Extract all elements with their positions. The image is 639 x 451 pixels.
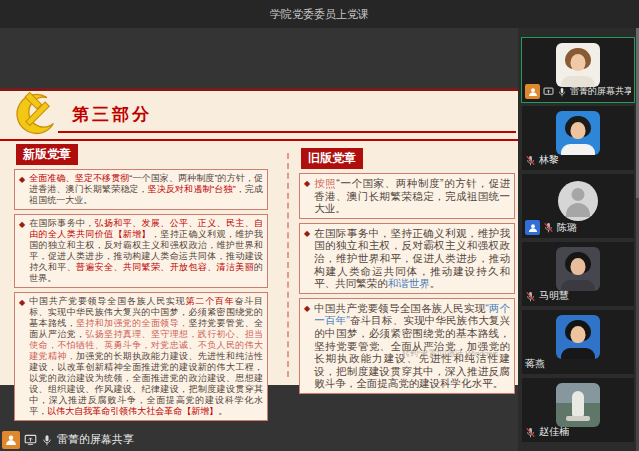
- bullet-text: 在国际事务中，坚持正确义利观，维护我国的独立和主权，反对霸权主义和强权政治，维护…: [314, 227, 510, 290]
- screen-share-icon: [543, 86, 554, 97]
- bullet-box: ◆ 在国际事务中，坚持正确义利观，维护我国的独立和主权，反对霸权主义和强权政治，…: [299, 223, 515, 294]
- participant-tile-jiangyan[interactable]: 蒋燕: [522, 310, 634, 374]
- muted-mic-icon: [525, 291, 536, 302]
- bullet-box: ◆ 在国际事务中，弘扬和平、发展、公平、正义、民主、自由的全人类共同价值【新增】…: [14, 214, 268, 288]
- screen-share-indicator: 雷菁的屏幕共享: [2, 430, 134, 449]
- bullet-box: ◆ 中国共产党要领导全国各族人民实现第二个百年奋斗目标、实现中华民族伟大复兴的中…: [14, 292, 268, 421]
- meeting-title: 学院党委委员上党课: [270, 7, 369, 22]
- participant-tile-leijing[interactable]: 雷菁的屏幕共享: [522, 38, 634, 102]
- participant-tile-maminghui[interactable]: 马明慧: [522, 242, 634, 306]
- new-constitution-column: 新版党章 ◆ 全面准确、坚定不移贯彻“一个国家、两种制度”的方针，促进香港、澳门…: [14, 144, 268, 425]
- participant-name: 赵佳楠: [539, 425, 569, 439]
- party-emblem-icon: [8, 91, 60, 143]
- presenter-badge-icon: [525, 84, 540, 99]
- diamond-bullet-icon: ◆: [19, 173, 25, 206]
- participant-name: 雷菁的屏幕共享: [570, 85, 631, 98]
- avatar: [556, 43, 600, 87]
- shared-screen-slide: 第三部分 新版党章 ◆ 全面准确、坚定不移贯彻“一个国家、两种制度”的方针，促进…: [0, 88, 518, 385]
- avatar: [556, 111, 600, 155]
- diamond-bullet-icon: ◆: [304, 302, 310, 390]
- avatar: [556, 179, 600, 223]
- presenter-badge-icon: [2, 431, 20, 449]
- avatar: [556, 315, 600, 359]
- bullet-text: 全面准确、坚定不移贯彻“一个国家、两种制度”的方针，促进香港、澳门长期繁荣稳定，…: [29, 173, 263, 206]
- window-titlebar: 学院党委委员上党课: [0, 0, 639, 28]
- diamond-bullet-icon: ◆: [304, 177, 310, 215]
- bullet-box: ◆ 按照“一个国家、两种制度”的方针，促进香港、澳门长期繁荣稳定，完成祖国统一大…: [299, 173, 515, 219]
- muted-mic-icon: [525, 427, 536, 438]
- participants-sidebar: 雷菁的屏幕共享 林黎 陈璐: [518, 28, 639, 451]
- muted-mic-icon: [543, 222, 554, 233]
- sharer-name-label: 雷菁的屏幕共享: [57, 432, 134, 447]
- muted-mic-icon: [525, 155, 536, 166]
- participant-name: 林黎: [539, 153, 559, 167]
- diamond-bullet-icon: ◆: [19, 218, 25, 284]
- diamond-bullet-icon: ◆: [304, 227, 310, 290]
- new-constitution-header: 新版党章: [16, 144, 78, 165]
- person-badge-icon: [525, 220, 540, 235]
- avatar: [556, 247, 600, 291]
- old-constitution-column: 旧版党章 ◆ 按照“一个国家、两种制度”的方针，促进香港、澳门长期繁荣稳定，完成…: [299, 148, 515, 398]
- participant-tile-chenlu[interactable]: 陈璐: [522, 174, 634, 238]
- bullet-box: ◆ 中国共产党要领导全国各族人民实现“两个一百年”奋斗目标、实现中华民族伟大复兴…: [299, 298, 515, 394]
- avatar: [556, 383, 600, 427]
- meeting-window: 学院党委委员上党课 第三部分 新版党章 ◆ 全面准确、坚定不移贯彻“一个国家、两…: [0, 0, 639, 451]
- bullet-box: ◆ 全面准确、坚定不移贯彻“一个国家、两种制度”的方针，促进香港、澳门长期繁荣稳…: [14, 169, 268, 210]
- slide-title: 第三部分: [72, 103, 152, 126]
- participant-tile-zhaojianan[interactable]: 赵佳楠: [522, 378, 634, 442]
- mic-on-icon: [557, 87, 567, 97]
- participant-name: 马明慧: [539, 289, 569, 303]
- old-constitution-header: 旧版党章: [301, 148, 363, 169]
- bullet-text: 中国共产党要领导全国各族人民实现“两个一百年”奋斗目标、实现中华民族伟大复兴的中…: [314, 302, 510, 390]
- screen-share-icon: [24, 433, 37, 446]
- bullet-text: 中国共产党要领导全国各族人民实现第二个百年奋斗目标、实现中华民族伟大复兴的中国梦…: [29, 296, 263, 417]
- column-divider: [287, 153, 289, 377]
- diamond-bullet-icon: ◆: [19, 296, 25, 417]
- participant-tile-linli[interactable]: 林黎: [522, 106, 634, 170]
- bullet-text: 按照“一个国家、两种制度”的方针，促进香港、澳门长期繁荣稳定，完成祖国统一大业。: [314, 177, 510, 215]
- participant-name: 陈璐: [557, 221, 577, 235]
- activate-windows-watermark: 转到“设置”以激活 Windows。: [402, 348, 506, 359]
- bullet-text: 在国际事务中，弘扬和平、发展、公平、正义、民主、自由的全人类共同价值【新增】，坚…: [29, 218, 263, 284]
- mic-on-icon: [41, 434, 53, 446]
- participant-name: 蒋燕: [525, 357, 545, 371]
- title-underline: [58, 131, 516, 133]
- title-underline-2: [0, 139, 518, 141]
